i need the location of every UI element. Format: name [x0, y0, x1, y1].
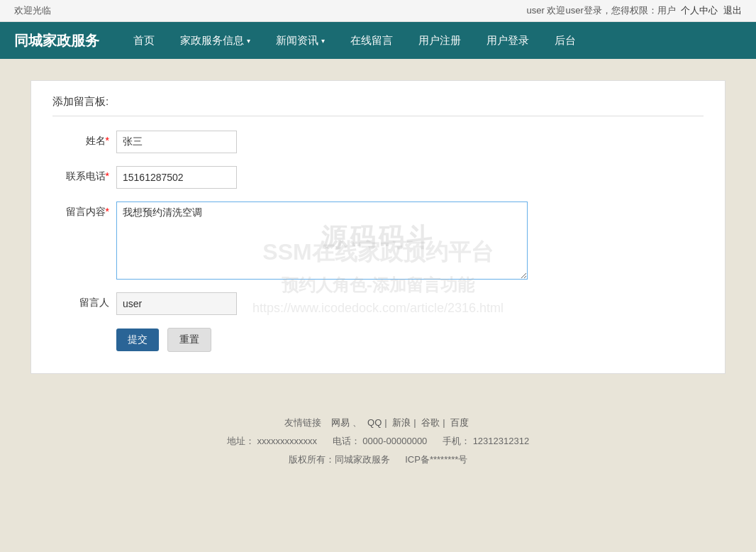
footer-links-label: 友情链接: [284, 417, 321, 428]
name-input[interactable]: [116, 131, 237, 153]
submit-button[interactable]: 提交: [116, 329, 159, 351]
mobile-value: 12312312312: [473, 436, 530, 446]
phone-field-group: 联系电话*: [52, 166, 704, 189]
top-bar-right: user 欢迎user登录，您得权限：用户 个人中心 退出: [527, 4, 742, 17]
reset-button[interactable]: 重置: [167, 328, 211, 352]
name-field-group: 姓名*: [52, 131, 704, 153]
nav-item-services: 家政服务信息 ▾: [167, 22, 263, 59]
mobile-label: 手机：: [443, 436, 470, 446]
phone-input[interactable]: [116, 166, 237, 189]
address-value: xxxxxxxxxxxxx: [257, 436, 317, 446]
content-field-group: 留言内容*: [52, 202, 704, 280]
form-title: 添加留言板:: [52, 95, 704, 116]
content-textarea[interactable]: [116, 202, 528, 280]
footer-copyright: 版权所有：同城家政服务 ICP备********号: [14, 453, 742, 466]
footer-link-baidu[interactable]: 百度: [450, 417, 469, 428]
footer-link-qq[interactable]: QQ: [367, 417, 382, 428]
nav-item-message: 在线留言: [338, 22, 406, 59]
copyright-text: 版权所有：同城家政服务: [289, 454, 390, 465]
form-buttons: 提交 重置: [116, 328, 704, 352]
chevron-down-icon-2: ▾: [321, 37, 325, 45]
footer-link-google[interactable]: 谷歌: [421, 417, 440, 428]
phone-label-footer: 电话：: [333, 436, 360, 446]
logout-link[interactable]: 退出: [723, 5, 742, 16]
icp-text: ICP备********号: [405, 454, 467, 465]
content-label: 留言内容*: [52, 202, 116, 219]
phone-label: 联系电话*: [52, 166, 116, 183]
required-mark: *: [106, 135, 109, 146]
nav-item-register: 用户注册: [406, 22, 474, 59]
required-mark-3: *: [106, 206, 109, 217]
author-input: [116, 292, 237, 315]
nav-link-services[interactable]: 家政服务信息 ▾: [167, 22, 263, 59]
nav-link-home[interactable]: 首页: [121, 22, 167, 59]
chevron-down-icon: ▾: [247, 37, 250, 45]
nav-link-login[interactable]: 用户登录: [474, 22, 542, 59]
nav-link-register[interactable]: 用户注册: [406, 22, 474, 59]
nav-link-news[interactable]: 新闻资讯 ▾: [263, 22, 338, 59]
nav-item-login: 用户登录: [474, 22, 542, 59]
nav-item-news: 新闻资讯 ▾: [263, 22, 338, 59]
name-label: 姓名*: [52, 131, 116, 148]
nav-item-admin: 后台: [542, 22, 589, 59]
address-label: 地址：: [227, 436, 255, 446]
nav-link-message[interactable]: 在线留言: [338, 22, 406, 59]
phone-value-footer: 0000-00000000: [362, 436, 427, 446]
author-field-group: 留言人: [52, 292, 704, 315]
personal-center-link[interactable]: 个人中心: [681, 5, 718, 16]
navbar: 同城家政服务 首页 家政服务信息 ▾ 新闻资讯 ▾ 在线留言 用户: [0, 22, 756, 59]
footer-links: 友情链接 网易、 QQ| 新浪| 谷歌| 百度: [14, 416, 742, 429]
footer-link-sina[interactable]: 新浪: [392, 417, 411, 428]
footer-link-wangyi[interactable]: 网易: [331, 417, 350, 428]
required-mark-2: *: [106, 170, 109, 182]
nav-link-admin[interactable]: 后台: [542, 22, 589, 59]
footer: 友情链接 网易、 QQ| 新浪| 谷歌| 百度 地址： xxxxxxxxxxxx…: [0, 395, 756, 480]
footer-info: 地址： xxxxxxxxxxxxx 电话： 0000-00000000 手机： …: [14, 435, 742, 448]
main-content: 添加留言板: 姓名* 联系电话* 留言内容* 留言人 提交 重置: [30, 80, 726, 374]
author-label: 留言人: [52, 292, 116, 309]
navbar-brand[interactable]: 同城家政服务: [14, 31, 99, 50]
nav-items: 首页 家政服务信息 ▾ 新闻资讯 ▾ 在线留言 用户注册: [121, 22, 589, 59]
user-info-text: user 欢迎user登录，您得权限：用户: [527, 5, 676, 16]
nav-item-home: 首页: [121, 22, 167, 59]
top-bar: 欢迎光临 user 欢迎user登录，您得权限：用户 个人中心 退出: [0, 0, 756, 22]
welcome-text: 欢迎光临: [14, 4, 51, 17]
